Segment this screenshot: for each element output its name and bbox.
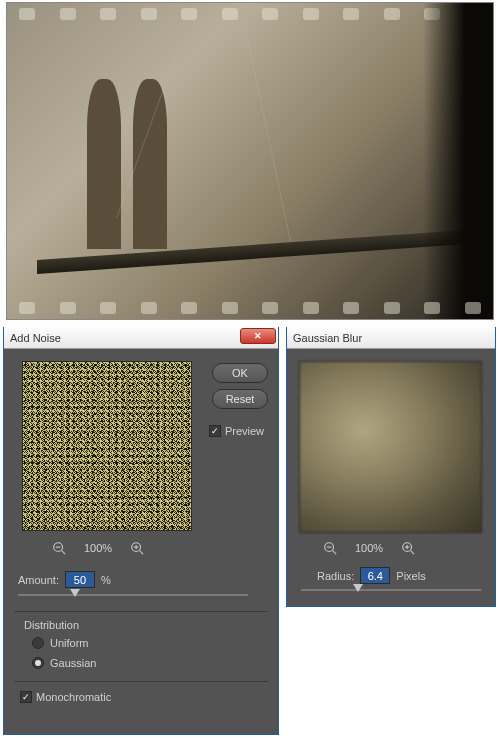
blur-preview[interactable] (299, 361, 482, 533)
bridge-tower (87, 79, 167, 249)
divider (14, 611, 268, 612)
close-button[interactable]: ✕ (240, 328, 276, 344)
gaussian-blur-title: Gaussian Blur (293, 332, 362, 344)
film-burn-edge (423, 3, 493, 319)
radius-label: Radius: (317, 570, 354, 582)
preview-checkbox-row: ✓ Preview (209, 425, 264, 437)
uniform-radio[interactable] (32, 637, 44, 649)
radius-slider[interactable] (301, 589, 481, 591)
gaussian-radio[interactable] (32, 657, 44, 669)
divider (14, 681, 268, 682)
zoom-controls: 100% (52, 541, 144, 555)
gaussian-blur-dialog: Gaussian Blur 100% Radius: Pixels (286, 327, 496, 607)
zoom-in-icon[interactable] (401, 541, 415, 555)
bridge-film-photo (6, 2, 494, 320)
amount-input[interactable] (65, 571, 95, 588)
close-icon: ✕ (254, 331, 262, 341)
monochromatic-label: Monochromatic (36, 691, 111, 703)
radius-row: Radius: Pixels (317, 567, 426, 584)
gaussian-radio-row: Gaussian (32, 657, 96, 669)
svg-line-4 (140, 551, 144, 555)
radius-slider-thumb[interactable] (353, 584, 363, 592)
gaussian-label: Gaussian (50, 657, 96, 669)
zoom-out-icon[interactable] (52, 541, 66, 555)
zoom-in-icon[interactable] (130, 541, 144, 555)
zoom-level: 100% (355, 542, 383, 554)
distribution-label: Distribution (24, 619, 79, 631)
reset-button[interactable]: Reset (212, 389, 268, 409)
noise-preview[interactable] (22, 361, 192, 531)
amount-slider-thumb[interactable] (70, 589, 80, 597)
add-noise-title: Add Noise (10, 332, 61, 344)
svg-line-1 (62, 551, 66, 555)
preview-checkbox[interactable]: ✓ (209, 425, 221, 437)
zoom-controls: 100% (323, 541, 415, 555)
preview-label: Preview (225, 425, 264, 437)
uniform-label: Uniform (50, 637, 89, 649)
zoom-out-icon[interactable] (323, 541, 337, 555)
film-sprockets-bottom (7, 299, 493, 317)
film-sprockets-top (7, 5, 493, 23)
add-noise-titlebar[interactable]: Add Noise ✕ (4, 327, 278, 349)
monochromatic-checkbox[interactable]: ✓ (20, 691, 32, 703)
amount-unit: % (101, 574, 111, 586)
amount-slider[interactable] (18, 594, 248, 596)
radius-input[interactable] (360, 567, 390, 584)
amount-label: Amount: (18, 574, 59, 586)
dialog-buttons: OK Reset (212, 363, 268, 415)
amount-row: Amount: % (18, 571, 111, 588)
gaussian-blur-titlebar[interactable]: Gaussian Blur (287, 327, 495, 349)
svg-line-8 (333, 551, 337, 555)
svg-line-11 (411, 551, 415, 555)
monochromatic-row: ✓ Monochromatic (20, 691, 111, 703)
uniform-radio-row: Uniform (32, 637, 89, 649)
add-noise-dialog: Add Noise ✕ OK Reset ✓ Preview 100% Amou… (3, 327, 279, 735)
zoom-level: 100% (84, 542, 112, 554)
radius-unit: Pixels (396, 570, 425, 582)
ok-button[interactable]: OK (212, 363, 268, 383)
scratch (244, 25, 291, 240)
